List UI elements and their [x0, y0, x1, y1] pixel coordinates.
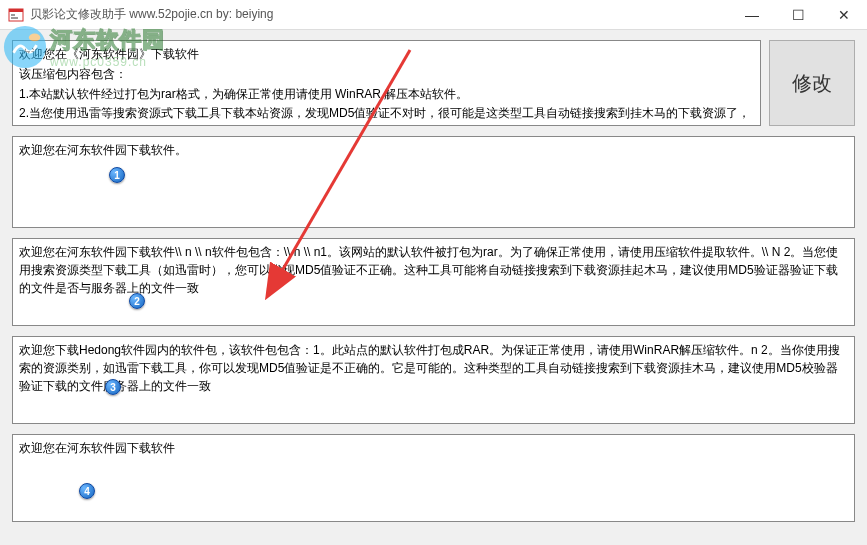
- panel4-text: 欢迎您在河东软件园下载软件: [19, 441, 175, 455]
- greeting-text: 欢迎您在《河东软件园》下载软件: [19, 45, 754, 63]
- output-panel-1[interactable]: 欢迎您在河东软件园下载软件。 1: [12, 136, 855, 228]
- output-panel-3[interactable]: 欢迎您下载Hedong软件园内的软件包，该软件包包含：1。此站点的默认软件打包成…: [12, 336, 855, 424]
- output-panel-4[interactable]: 欢迎您在河东软件园下载软件 4: [12, 434, 855, 522]
- svg-rect-1: [9, 9, 23, 12]
- panel1-text: 欢迎您在河东软件园下载软件。: [19, 143, 187, 157]
- panel2-text: 欢迎您在河东软件园下载软件\\ n \\ n软件包包含：\\ n \\ n1。该…: [19, 245, 838, 295]
- badge-1: 1: [109, 167, 125, 183]
- line1-text: 1.本站默认软件经过打包为rar格式，为确保正常使用请使用 WinRAR 解压本…: [19, 85, 754, 103]
- modify-button-label: 修改: [792, 70, 832, 97]
- top-row: 欢迎您在《河东软件园》下载软件 该压缩包内容包含： 1.本站默认软件经过打包为r…: [12, 40, 855, 126]
- window-controls: — ☐ ✕: [729, 0, 867, 30]
- title-bar: 贝影论文修改助手 www.52pojie.cn by: beiying — ☐ …: [0, 0, 867, 30]
- input-panel[interactable]: 欢迎您在《河东软件园》下载软件 该压缩包内容包含： 1.本站默认软件经过打包为r…: [12, 40, 761, 126]
- close-button[interactable]: ✕: [821, 0, 867, 30]
- modify-button[interactable]: 修改: [769, 40, 855, 126]
- client-area: 欢迎您在《河东软件园》下载软件 该压缩包内容包含： 1.本站默认软件经过打包为r…: [0, 30, 867, 545]
- sub-text: 该压缩包内容包含：: [19, 65, 754, 83]
- badge-2: 2: [129, 293, 145, 309]
- panel3-text: 欢迎您下载Hedong软件园内的软件包，该软件包包含：1。此站点的默认软件打包成…: [19, 343, 840, 393]
- svg-rect-3: [11, 17, 18, 19]
- line2-text: 2.当您使用迅雷等搜索资源式下载工具下载本站资源，发现MD5值验证不对时，很可能…: [19, 104, 754, 126]
- minimize-button[interactable]: —: [729, 0, 775, 30]
- badge-3: 3: [105, 379, 121, 395]
- badge-4: 4: [79, 483, 95, 499]
- app-icon: [8, 7, 24, 23]
- window-title: 贝影论文修改助手 www.52pojie.cn by: beiying: [30, 6, 273, 23]
- maximize-button[interactable]: ☐: [775, 0, 821, 30]
- svg-rect-2: [11, 14, 15, 16]
- output-panel-2[interactable]: 欢迎您在河东软件园下载软件\\ n \\ n软件包包含：\\ n \\ n1。该…: [12, 238, 855, 326]
